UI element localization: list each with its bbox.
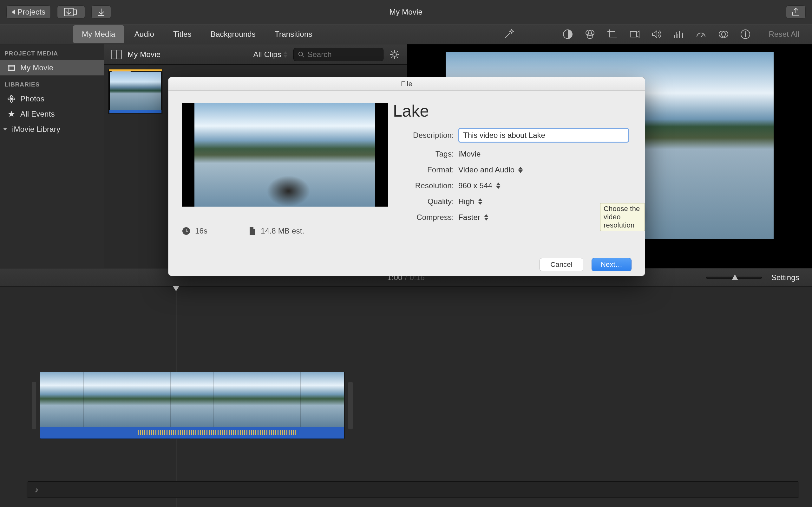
compress-label: Compress:	[391, 213, 454, 222]
export-meta: 16s 14.8 MB est.	[182, 226, 377, 236]
export-file-dialog: File 16s 14.8 MB est. Lake Description:	[168, 77, 645, 276]
updown-icon	[478, 199, 483, 205]
clock-icon	[182, 227, 191, 235]
compress-select[interactable]: Faster	[458, 213, 489, 222]
dialog-footer: Cancel Next…	[168, 253, 645, 276]
format-label: Format:	[391, 165, 454, 174]
cancel-button[interactable]: Cancel	[540, 258, 583, 271]
updown-icon	[518, 167, 523, 173]
format-select[interactable]: Video and Audio	[458, 165, 523, 174]
updown-icon	[484, 214, 489, 221]
quality-label: Quality:	[391, 197, 454, 206]
quality-select[interactable]: High	[458, 197, 483, 206]
tags-value[interactable]: iMovie	[458, 150, 481, 158]
dialog-title: File	[168, 77, 645, 91]
description-input[interactable]	[458, 128, 629, 143]
resolution-select[interactable]: 960 x 544	[458, 181, 501, 190]
export-title: Lake	[393, 101, 629, 120]
next-label: Next…	[601, 261, 622, 269]
export-filesize: 14.8 MB est.	[261, 227, 304, 235]
resolution-tooltip: Choose the video resolution	[600, 203, 645, 231]
updown-icon	[496, 182, 501, 189]
cancel-label: Cancel	[550, 261, 572, 269]
document-icon	[249, 226, 256, 236]
export-preview	[182, 103, 388, 207]
resolution-label: Resolution:	[391, 181, 454, 190]
description-label: Description:	[391, 131, 454, 140]
next-button[interactable]: Next…	[592, 258, 631, 271]
export-duration: 16s	[195, 227, 207, 235]
tags-label: Tags:	[391, 150, 454, 158]
